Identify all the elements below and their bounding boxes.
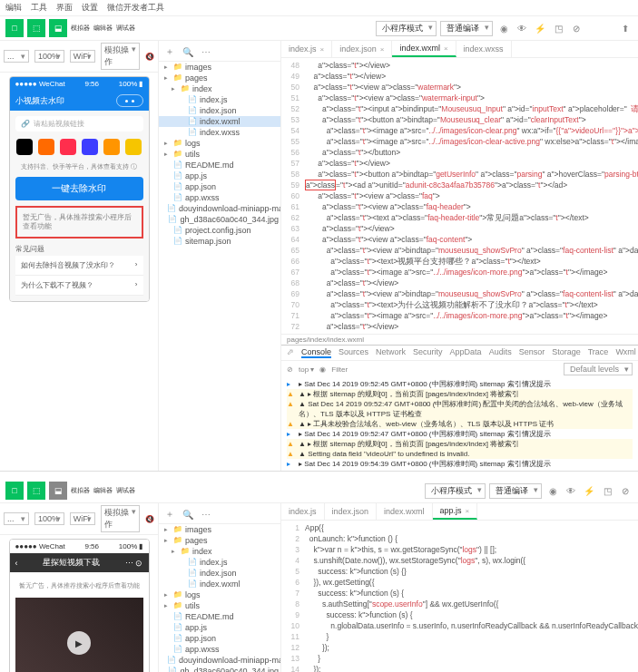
add-icon[interactable]: ＋ bbox=[162, 44, 177, 59]
tree-node[interactable]: 📄gh_d38ac60a0c40_344.jpg bbox=[159, 214, 280, 225]
tree-node[interactable]: 📄index.wxml bbox=[159, 579, 280, 589]
tab[interactable]: index.json bbox=[325, 503, 378, 520]
upload-icon[interactable]: ⬆ bbox=[618, 21, 633, 35]
code-editor[interactable]: 48 a">class="t"></view>49 a">class="t"><… bbox=[281, 58, 638, 334]
play-icon[interactable]: ▶ bbox=[67, 631, 91, 655]
compile-icon[interactable]: ◉ bbox=[496, 21, 511, 35]
tree-node[interactable]: ▸📁pages bbox=[159, 73, 280, 83]
top-ctx[interactable]: top ▾ bbox=[299, 365, 314, 374]
tab[interactable]: index.js× bbox=[281, 41, 332, 57]
tree-node[interactable]: 📄index.wxml bbox=[159, 116, 280, 127]
search-icon[interactable]: 🔍 bbox=[181, 44, 195, 59]
debugger-btn[interactable]: ⬓ bbox=[49, 482, 67, 500]
menu-item[interactable]: 编辑 bbox=[5, 2, 22, 14]
tree-node[interactable]: 📄index.js bbox=[159, 557, 280, 568]
sim-sel[interactable]: 模拟操作 bbox=[101, 43, 140, 70]
mode-select[interactable]: 小程序模式 bbox=[376, 21, 437, 36]
remove-watermark-btn[interactable]: 一键去除水印 bbox=[15, 177, 143, 200]
tree-node[interactable]: 📄app.wxss bbox=[159, 192, 280, 203]
compile-select[interactable]: 普通编译 bbox=[440, 21, 493, 36]
remote-icon[interactable]: ⚡ bbox=[582, 483, 596, 498]
tab[interactable]: index.wxss bbox=[456, 41, 512, 57]
tab[interactable]: Sources bbox=[339, 347, 368, 358]
more-icon[interactable]: ⋯ bbox=[199, 507, 213, 521]
preview-icon[interactable]: 👁 bbox=[564, 483, 578, 498]
tree-node[interactable]: 📄douyindownload-miniapp-master.zip bbox=[159, 203, 280, 214]
device-sel[interactable]: ... bbox=[4, 512, 29, 525]
console-tab[interactable]: Console bbox=[301, 347, 331, 358]
back-icon[interactable]: ‹ bbox=[15, 559, 18, 568]
menu-item[interactable]: 工具 bbox=[31, 2, 47, 14]
tab[interactable]: Wxml bbox=[615, 347, 636, 358]
preview-icon[interactable]: 👁 bbox=[515, 21, 529, 35]
tree-node[interactable]: 📄index.wxss bbox=[159, 127, 280, 138]
menu-item[interactable]: 界面 bbox=[56, 2, 73, 14]
capsule[interactable] bbox=[116, 94, 143, 107]
tab-active[interactable]: app.js× bbox=[433, 503, 478, 520]
tree-node[interactable]: ▸📁images bbox=[159, 524, 280, 535]
tree-node[interactable]: 📄gh_d38ac60a0c40_344.jpg bbox=[159, 666, 280, 672]
tree-node[interactable]: ▸📁utils bbox=[159, 149, 280, 160]
faq-item[interactable]: 如何去除抖音视频了没水印？› bbox=[15, 256, 143, 276]
faq-item[interactable]: 为什么下载不了视频？› bbox=[15, 276, 143, 296]
background-icon[interactable]: ◳ bbox=[600, 483, 614, 498]
tree-node[interactable]: 📄app.json bbox=[159, 181, 280, 192]
tree-node[interactable]: 📄app.wxss bbox=[159, 644, 280, 655]
clear-icon[interactable]: ⊘ bbox=[569, 21, 584, 35]
tree-node[interactable]: 📄index.json bbox=[159, 568, 280, 579]
tab[interactable]: AppData bbox=[450, 347, 482, 358]
tree-node[interactable]: ▸📁logs bbox=[159, 589, 280, 600]
tree-node[interactable]: 📄README.md bbox=[159, 160, 280, 170]
tree-node[interactable]: 📄index.js bbox=[159, 94, 280, 105]
tab[interactable]: index.json× bbox=[332, 41, 392, 57]
url-input[interactable]: 🔗 请粘贴视频链接 bbox=[15, 116, 143, 131]
code-editor[interactable]: 1App({2 onLaunch: k">function () {3 k">v… bbox=[281, 521, 638, 672]
tree-node[interactable]: 📄index.json bbox=[159, 105, 280, 116]
tab[interactable]: Network bbox=[376, 347, 406, 358]
tree-node[interactable]: 📄app.js bbox=[159, 170, 280, 181]
mute-icon[interactable]: 🔇 bbox=[145, 515, 154, 523]
simulator-btn[interactable]: □ bbox=[5, 19, 24, 37]
clear-icon[interactable]: ⊘ bbox=[287, 365, 293, 374]
net-sel[interactable]: WiFi bbox=[70, 50, 96, 63]
clear-icon[interactable]: ⊘ bbox=[618, 483, 633, 498]
zoom-sel[interactable]: 100% bbox=[34, 512, 64, 525]
menu-item[interactable]: 设置 bbox=[82, 2, 98, 14]
sim-sel[interactable]: 模拟操作 bbox=[101, 505, 140, 532]
search-icon[interactable]: 🔍 bbox=[181, 507, 195, 521]
debugger-btn[interactable]: ⬓ bbox=[49, 19, 67, 37]
device-sel[interactable]: ... bbox=[4, 50, 29, 63]
console[interactable]: ▸▸ Sat Dec 14 2019 09:52:45 GMT+0800 (中国… bbox=[281, 377, 638, 471]
tab[interactable]: Storage bbox=[552, 347, 581, 358]
tab[interactable]: index.js bbox=[281, 503, 325, 520]
tab[interactable]: index.wxml bbox=[377, 503, 433, 520]
eye-icon[interactable]: ◉ bbox=[319, 365, 326, 374]
tree-node[interactable]: 📄project.config.json bbox=[159, 225, 280, 236]
tree-node[interactable]: ▸📁index bbox=[159, 83, 280, 94]
tree-node[interactable]: ▸📁images bbox=[159, 62, 280, 73]
net-sel[interactable]: WiFi bbox=[70, 512, 96, 525]
tree-node[interactable]: ▸📁pages bbox=[159, 535, 280, 546]
video-player[interactable]: ▶ 04:57 bbox=[15, 598, 143, 672]
tree-node[interactable]: 📄sitemap.json bbox=[159, 236, 280, 247]
compile-select[interactable]: 普通编译 bbox=[489, 483, 542, 499]
menu-item[interactable]: 微信开发者工具 bbox=[107, 2, 164, 14]
tree-node[interactable]: 📄douyindownload-miniapp-master.zip bbox=[159, 655, 280, 666]
capsule[interactable]: ⋯ ⊙ bbox=[125, 559, 143, 568]
tab[interactable]: Sensor bbox=[519, 347, 545, 358]
tab[interactable]: Security bbox=[413, 347, 443, 358]
tab-active[interactable]: index.wxml× bbox=[392, 41, 456, 57]
remote-icon[interactable]: ⚡ bbox=[533, 21, 547, 35]
zoom-sel[interactable]: 100% bbox=[34, 50, 64, 63]
level-sel[interactable]: Default levels bbox=[564, 363, 633, 375]
tree-node[interactable]: 📄README.md bbox=[159, 611, 280, 622]
tree-node[interactable]: ▸📁index bbox=[159, 546, 280, 557]
tab[interactable]: Audits bbox=[489, 347, 512, 358]
pointer-icon[interactable]: ⬀ bbox=[287, 347, 294, 358]
more-icon[interactable]: ⋯ bbox=[199, 44, 213, 59]
tree-node[interactable]: 📄app.json bbox=[159, 633, 280, 644]
mute-icon[interactable]: 🔇 bbox=[145, 53, 154, 61]
tab[interactable]: Trace bbox=[588, 347, 609, 358]
add-icon[interactable]: ＋ bbox=[162, 507, 177, 521]
tree-node[interactable]: ▸📁utils bbox=[159, 600, 280, 611]
